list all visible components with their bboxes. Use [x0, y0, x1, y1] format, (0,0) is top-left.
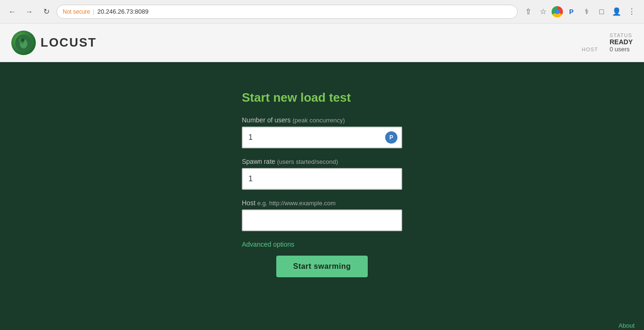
spawn-rate-label: Spawn rate (users started/second) — [242, 158, 402, 165]
users-label-secondary: (peak concurrency) — [292, 117, 345, 124]
status-value: READY — [610, 38, 633, 46]
users-input[interactable] — [242, 127, 402, 148]
app-logo-text: LOCUST — [41, 35, 97, 50]
app-footer: About — [0, 316, 644, 330]
users-input-wrapper: P — [242, 127, 402, 148]
spawn-rate-input[interactable] — [242, 168, 402, 190]
status-section: STATUS READY 0 users — [610, 32, 633, 53]
load-test-form: Start new load test Number of users (pea… — [242, 90, 402, 277]
locust-logo-svg — [15, 34, 32, 51]
logo-area: LOCUST — [11, 31, 582, 55]
status-label: STATUS — [610, 32, 633, 38]
profile-button[interactable]: 👤 — [610, 5, 623, 18]
paywall-button[interactable]: P — [565, 5, 578, 18]
host-label: HOST — [582, 47, 598, 52]
menu-button[interactable]: ⋮ — [625, 5, 638, 18]
spawn-rate-field-group: Spawn rate (users started/second) — [242, 158, 402, 190]
users-input-icon: P — [385, 131, 397, 144]
locust-logo — [11, 31, 36, 55]
share-button[interactable]: ⇧ — [521, 5, 535, 18]
app-header: LOCUST HOST STATUS READY 0 users — [0, 24, 644, 62]
reload-button[interactable]: ↻ — [40, 5, 53, 18]
browser-chrome: ← → ↻ Not secure | 20.246.26.73:8089 ⇧ ☆… — [0, 0, 644, 24]
bookmark-button[interactable]: ☆ — [537, 5, 550, 18]
chrome-icon — [552, 6, 563, 17]
extensions-button[interactable]: ⚕ — [580, 5, 593, 18]
form-title: Start new load test — [242, 90, 402, 105]
back-button[interactable]: ← — [6, 5, 19, 18]
start-swarming-button[interactable]: Start swarming — [276, 256, 368, 277]
advanced-options-link[interactable]: Advanced options — [242, 241, 402, 248]
spawn-label-secondary: (users started/second) — [277, 158, 338, 165]
forward-button[interactable]: → — [23, 5, 36, 18]
users-label: Number of users (peak concurrency) — [242, 116, 402, 124]
host-input[interactable] — [242, 209, 402, 231]
browser-actions: ⇧ ☆ P ⚕ □ 👤 ⋮ — [521, 5, 638, 18]
address-bar[interactable]: Not secure | 20.246.26.73:8089 — [57, 5, 518, 19]
users-field-group: Number of users (peak concurrency) P — [242, 116, 402, 148]
url-display: 20.246.26.73:8089 — [97, 8, 148, 15]
main-content: Start new load test Number of users (pea… — [0, 62, 644, 316]
host-placeholder-hint: e.g. http://www.example.com — [257, 200, 336, 207]
tab-button[interactable]: □ — [595, 5, 608, 18]
host-label: Host e.g. http://www.example.com — [242, 199, 402, 207]
header-status-area: HOST STATUS READY 0 users — [582, 32, 633, 53]
host-field-group: Host e.g. http://www.example.com — [242, 199, 402, 231]
about-link[interactable]: About — [619, 322, 635, 329]
status-users: 0 users — [610, 46, 633, 53]
not-secure-label: Not secure — [63, 8, 90, 15]
